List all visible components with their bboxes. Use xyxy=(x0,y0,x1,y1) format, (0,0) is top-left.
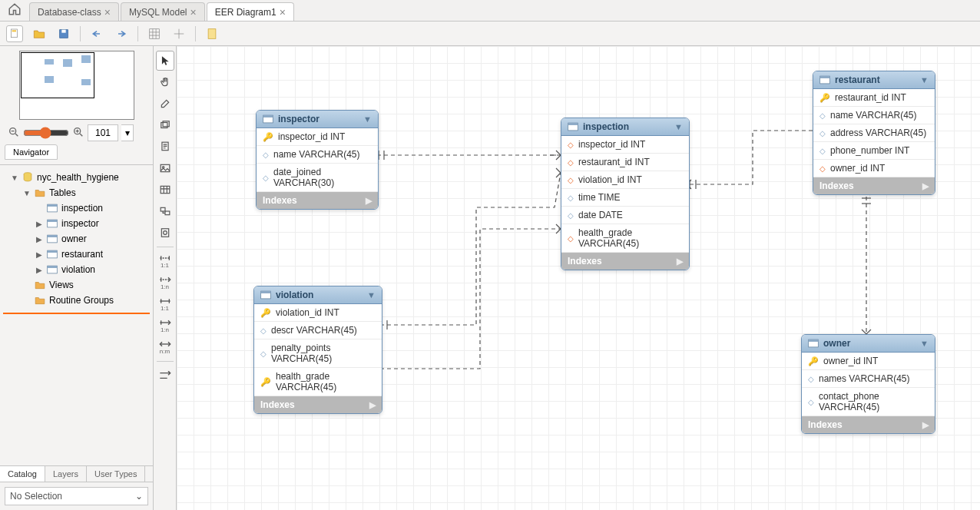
layer-tool[interactable] xyxy=(156,115,174,135)
chevron-down-icon[interactable]: ▼ xyxy=(367,290,376,300)
entity-column[interactable]: ◇date DATE xyxy=(561,207,689,224)
entity-header[interactable]: restaurant▼ xyxy=(813,71,935,89)
tab-catalog[interactable]: Catalog xyxy=(0,466,45,482)
minimap[interactable] xyxy=(19,51,134,120)
entity-column[interactable]: 🔑restaurant_id INT xyxy=(813,89,935,107)
entity-indexes[interactable]: Indexes▶ xyxy=(254,396,382,413)
image-tool[interactable] xyxy=(156,158,174,178)
entity-column[interactable]: 🔑inspector_id INT xyxy=(257,128,378,146)
hand-tool[interactable] xyxy=(156,72,174,92)
entity-column[interactable]: ◇name VARCHAR(45) xyxy=(813,107,935,124)
eraser-tool[interactable] xyxy=(156,94,174,114)
chevron-right-icon[interactable]: ▶ xyxy=(922,420,929,430)
entity-restaurant[interactable]: restaurant▼🔑restaurant_id INT◇name VARCH… xyxy=(813,71,935,195)
zoom-slider[interactable] xyxy=(23,127,69,139)
entity-column[interactable]: 🔑owner_id INT xyxy=(802,353,935,370)
chevron-right-icon[interactable]: ▶ xyxy=(922,181,929,191)
pointer-tool[interactable] xyxy=(156,51,174,71)
zoom-value-input[interactable] xyxy=(88,124,118,141)
view-tool[interactable] xyxy=(156,201,174,221)
redo-button[interactable] xyxy=(113,25,130,42)
entity-column[interactable]: ◇names VARCHAR(45) xyxy=(802,370,935,388)
rel-1-n-nonid-tool[interactable]: 1:n xyxy=(156,273,174,293)
tab-layers[interactable]: Layers xyxy=(45,466,87,482)
close-icon[interactable]: × xyxy=(190,6,197,18)
entity-column[interactable]: ◇phone_number INT xyxy=(813,142,935,160)
tree-table-inspection[interactable]: inspection xyxy=(0,200,153,216)
tab-database-class[interactable]: Database-class × xyxy=(29,2,119,21)
tree-tables-folder[interactable]: ▼ Tables xyxy=(0,185,153,200)
entity-header[interactable]: inspector▼ xyxy=(257,111,378,128)
tree-table-violation[interactable]: ▶violation xyxy=(0,262,153,277)
table-tool[interactable] xyxy=(156,180,174,200)
chevron-right-icon[interactable]: ▶ xyxy=(369,400,376,410)
rel-1-n-id-tool[interactable]: 1:n xyxy=(156,316,174,336)
close-icon[interactable]: × xyxy=(104,6,111,18)
entity-column[interactable]: 🔑violation_id INT xyxy=(254,304,382,322)
divider xyxy=(3,313,150,314)
entity-header[interactable]: inspection▼ xyxy=(561,118,689,136)
tree-table-owner[interactable]: ▶owner xyxy=(0,231,153,247)
chevron-right-icon[interactable]: ▶ xyxy=(366,196,372,206)
align-grid-button[interactable] xyxy=(171,25,187,42)
entity-column[interactable]: ◇owner_id INT xyxy=(813,160,935,177)
entity-header[interactable]: owner▼ xyxy=(802,335,935,353)
tree-database[interactable]: ▼ nyc_health_hygiene xyxy=(0,170,153,185)
notes-button[interactable] xyxy=(204,25,220,42)
tab-user-types[interactable]: User Types xyxy=(87,466,145,482)
tree-table-inspector[interactable]: ▶inspector xyxy=(0,216,153,231)
entity-indexes[interactable]: Indexes▶ xyxy=(813,177,935,194)
entity-column[interactable]: 🔑health_grade VARCHAR(45) xyxy=(254,368,382,396)
new-file-button[interactable] xyxy=(6,25,23,42)
zoom-out-icon[interactable] xyxy=(8,126,20,141)
entity-column[interactable]: ◇penalty_points VARCHAR(45) xyxy=(254,339,382,368)
entity-violation[interactable]: violation▼🔑violation_id INT◇descr VARCHA… xyxy=(253,286,382,414)
entity-indexes[interactable]: Indexes▶ xyxy=(802,416,935,433)
routine-tool[interactable] xyxy=(156,223,174,243)
entity-column[interactable]: ◇violation_id INT xyxy=(561,171,689,189)
chevron-down-icon[interactable]: ▼ xyxy=(920,339,929,348)
entity-header[interactable]: violation▼ xyxy=(254,286,382,304)
entity-column[interactable]: ◇date_joined VARCHAR(30) xyxy=(257,164,378,192)
zoom-in-icon[interactable] xyxy=(72,126,84,141)
tree-views-folder[interactable]: Views xyxy=(0,277,153,293)
rel-1-1-id-tool[interactable]: 1:1 xyxy=(156,294,174,314)
close-icon[interactable]: × xyxy=(280,6,286,18)
navigator-tab[interactable]: Navigator xyxy=(5,144,58,160)
entity-owner[interactable]: owner▼🔑owner_id INT◇names VARCHAR(45)◇co… xyxy=(801,334,935,434)
entity-column[interactable]: ◇inspector_id INT xyxy=(561,136,689,154)
entity-column[interactable]: ◇contact_phone VARCHAR(45) xyxy=(802,388,935,416)
entity-indexes[interactable]: Indexes▶ xyxy=(257,192,378,209)
chevron-right-icon[interactable]: ▶ xyxy=(677,257,683,267)
grid-toggle-button[interactable] xyxy=(146,25,163,42)
minimap-entity xyxy=(45,76,54,83)
entity-column[interactable]: ◇restaurant_id INT xyxy=(561,154,689,171)
entity-inspection[interactable]: inspection▼◇inspector_id INT◇restaurant_… xyxy=(561,118,690,270)
entity-inspector[interactable]: inspector▼🔑inspector_id INT◇name VARCHAR… xyxy=(256,110,379,210)
tree-routine-folder[interactable]: Routine Groups xyxy=(0,293,153,308)
diamond-icon: ◇ xyxy=(260,349,267,358)
tab-mysql-model[interactable]: MySQL Model × xyxy=(121,2,205,21)
entity-column[interactable]: ◇address VARCHAR(45) xyxy=(813,124,935,142)
chevron-down-icon[interactable]: ▼ xyxy=(674,122,683,131)
save-button[interactable] xyxy=(55,25,72,42)
entity-column[interactable]: ◇health_grade VARCHAR(45) xyxy=(561,224,689,253)
undo-button[interactable] xyxy=(88,25,105,42)
entity-column[interactable]: ◇descr VARCHAR(45) xyxy=(254,322,382,339)
rel-1-1-nonid-tool[interactable]: 1:1 xyxy=(156,251,174,271)
selection-dropdown[interactable]: No Selection ⌄ xyxy=(5,487,148,505)
entity-column[interactable]: ◇time TIME xyxy=(561,189,689,207)
open-file-button[interactable] xyxy=(31,25,48,42)
rel-existing-tool[interactable] xyxy=(156,366,174,386)
chevron-down-icon[interactable]: ▼ xyxy=(363,114,372,124)
tab-eer-diagram[interactable]: EER Diagram1 × xyxy=(207,2,294,21)
chevron-down-icon[interactable]: ▼ xyxy=(920,75,929,84)
home-icon[interactable] xyxy=(8,2,23,18)
zoom-dropdown[interactable]: ▾ xyxy=(121,124,134,141)
diagram-canvas[interactable]: inspector▼🔑inspector_id INT◇name VARCHAR… xyxy=(177,46,980,510)
entity-column[interactable]: ◇name VARCHAR(45) xyxy=(257,146,378,164)
note-tool[interactable] xyxy=(156,137,174,157)
tree-table-restaurant[interactable]: ▶restaurant xyxy=(0,247,153,262)
entity-indexes[interactable]: Indexes▶ xyxy=(561,253,689,270)
rel-n-m-tool[interactable]: n:m xyxy=(156,337,174,357)
